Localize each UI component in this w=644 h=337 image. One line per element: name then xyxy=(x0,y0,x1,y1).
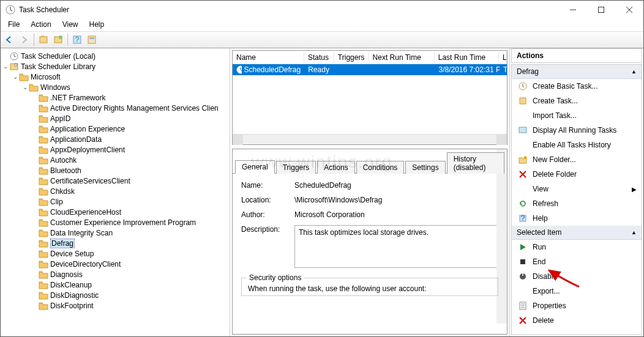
minimize-button[interactable] xyxy=(559,1,587,19)
tree-item-diskdiagnostic[interactable]: DiskDiagnostic xyxy=(2,290,230,300)
back-button[interactable] xyxy=(3,33,17,46)
svg-rect-1 xyxy=(599,7,604,13)
tree-item-certificateservicesclient[interactable]: CertificateServicesClient xyxy=(2,176,230,186)
tab-settings[interactable]: Settings xyxy=(405,161,445,174)
tab-triggers[interactable]: Triggers xyxy=(276,161,316,174)
label-description: Description: xyxy=(241,225,287,234)
security-text: When running the task, use the following… xyxy=(248,284,492,293)
tree-item-devicedirectoryclient[interactable]: DeviceDirectoryClient xyxy=(2,259,230,269)
actions-group-selected[interactable]: Selected Item▲ xyxy=(512,226,642,240)
security-legend: Security options xyxy=(247,273,304,282)
actions-group-defrag[interactable]: Defrag▲ xyxy=(512,65,642,79)
tab-conditions[interactable]: Conditions xyxy=(356,161,405,174)
tree-item-customer-experience-improvement-program[interactable]: Customer Experience Improvement Program xyxy=(2,217,230,228)
action-import-task[interactable]: Import Task... xyxy=(512,108,642,123)
tree-windows[interactable]: ⌄Windows xyxy=(2,82,230,92)
task-list[interactable]: Name Status Triggers Next Run Time Last … xyxy=(232,50,507,145)
col-last[interactable]: Last Run Time xyxy=(435,52,499,63)
action-properties[interactable]: Properties xyxy=(512,298,642,313)
task-details: General Triggers Actions Conditions Sett… xyxy=(232,149,507,335)
close-button[interactable] xyxy=(615,1,643,19)
col-lastresult[interactable]: L xyxy=(499,52,507,63)
col-name[interactable]: Name xyxy=(233,52,304,63)
tab-actions[interactable]: Actions xyxy=(317,161,354,174)
tree-item-autochk[interactable]: Autochk xyxy=(2,155,230,165)
tree-item-diskcleanup[interactable]: DiskCleanup xyxy=(2,280,230,290)
action-new-folder[interactable]: New Folder... xyxy=(512,152,642,167)
tree-item-appid[interactable]: AppID xyxy=(2,113,230,124)
menu-help[interactable]: Help xyxy=(84,19,110,31)
toolbar-btn-4[interactable] xyxy=(85,33,99,46)
action-delete-folder[interactable]: Delete Folder xyxy=(512,167,642,182)
col-next[interactable]: Next Run Time xyxy=(369,52,435,63)
menu-file[interactable]: File xyxy=(3,19,24,31)
horizontal-scrollbar[interactable] xyxy=(233,134,507,144)
tree-library[interactable]: ⌄Task Scheduler Library xyxy=(2,61,230,72)
tree-item-data-integrity-scan[interactable]: Data Integrity Scan xyxy=(2,228,230,238)
svg-rect-7 xyxy=(88,36,95,43)
tree-item-clip[interactable]: Clip xyxy=(2,196,230,207)
svg-rect-8 xyxy=(89,37,94,39)
svg-point-4 xyxy=(59,35,62,39)
tree-view[interactable]: Task Scheduler (Local)⌄Task Scheduler Li… xyxy=(1,48,230,336)
action-run[interactable]: Run xyxy=(512,240,642,254)
tree-item-cloudexperiencehost[interactable]: CloudExperienceHost xyxy=(2,207,230,217)
tree-item-defrag[interactable]: Defrag xyxy=(2,238,230,248)
col-triggers[interactable]: Triggers xyxy=(334,52,369,63)
menu-view[interactable]: View xyxy=(58,19,83,31)
forward-button[interactable] xyxy=(18,33,31,46)
tree-item-bluetooth[interactable]: Bluetooth xyxy=(2,165,230,176)
svg-point-12 xyxy=(237,66,242,73)
action-disable[interactable]: Disable xyxy=(512,269,642,284)
tree-item-device-setup[interactable]: Device Setup xyxy=(2,248,230,259)
label-author: Author: xyxy=(241,210,287,219)
clock-icon xyxy=(236,65,242,74)
tree-item-applicationdata[interactable]: ApplicationData xyxy=(2,134,230,144)
tree-item-diskfootprint[interactable]: DiskFootprint xyxy=(2,300,230,311)
svg-rect-2 xyxy=(40,37,47,43)
action-end[interactable]: End xyxy=(512,254,642,269)
titlebar: Task Scheduler xyxy=(1,1,643,19)
task-row[interactable]: ScheduledDefrag Ready 3/8/2016 7:02:31 P… xyxy=(233,64,507,75)
vertical-scrollbar[interactable] xyxy=(496,149,507,324)
toolbar-btn-2[interactable] xyxy=(51,33,65,46)
action-create-task[interactable]: Create Task... xyxy=(512,94,642,108)
app-icon xyxy=(6,5,15,15)
tree-root[interactable]: Task Scheduler (Local) xyxy=(2,51,230,61)
svg-text:?: ? xyxy=(521,214,525,223)
value-name: ScheduledDefrag xyxy=(294,181,498,190)
tab-history[interactable]: History (disabled) xyxy=(447,152,504,174)
action-create-basic-task[interactable]: Create Basic Task... xyxy=(512,79,642,94)
toolbar: ? xyxy=(1,31,643,48)
action-help[interactable]: ?Help xyxy=(512,211,642,226)
col-status[interactable]: Status xyxy=(304,52,334,63)
tree-item-application-experience[interactable]: Application Experience xyxy=(2,124,230,134)
action-view[interactable]: View▶ xyxy=(512,182,642,196)
action-export[interactable]: Export... xyxy=(512,284,642,298)
value-location: \Microsoft\Windows\Defrag xyxy=(294,196,498,204)
tree-item-appxdeploymentclient[interactable]: AppxDeploymentClient xyxy=(2,144,230,155)
actions-header: Actions xyxy=(511,48,642,63)
tab-general[interactable]: General xyxy=(235,160,275,174)
menu-action[interactable]: Action xyxy=(26,19,56,31)
tree-item-active-directory-rights-management-services-clien[interactable]: Active Directory Rights Management Servi… xyxy=(2,103,230,113)
tree-item-diagnosis[interactable]: Diagnosis xyxy=(2,269,230,280)
tree-item-chkdsk[interactable]: Chkdsk xyxy=(2,186,230,196)
tree-item--net-framework[interactable]: .NET Framework xyxy=(2,92,230,103)
security-options-group: Security options When running the task, … xyxy=(241,278,498,296)
label-location: Location: xyxy=(241,196,287,204)
action-delete[interactable]: Delete xyxy=(512,313,642,328)
toolbar-help-button[interactable]: ? xyxy=(70,33,84,46)
menubar: File Action View Help xyxy=(1,19,643,31)
label-name: Name: xyxy=(241,181,287,190)
maximize-button[interactable] xyxy=(587,1,615,19)
svg-rect-15 xyxy=(519,127,526,133)
toolbar-btn-1[interactable] xyxy=(37,33,50,46)
action-display-all-running-tasks[interactable]: Display All Running Tasks xyxy=(512,123,642,138)
svg-text:?: ? xyxy=(75,35,80,44)
action-enable-all-tasks-history[interactable]: Enable All Tasks History xyxy=(512,138,642,152)
value-description: This task optimizes local storage drives… xyxy=(294,225,498,268)
tree-microsoft[interactable]: ⌄Microsoft xyxy=(2,72,230,82)
svg-rect-14 xyxy=(520,98,526,104)
action-refresh[interactable]: Refresh xyxy=(512,196,642,211)
